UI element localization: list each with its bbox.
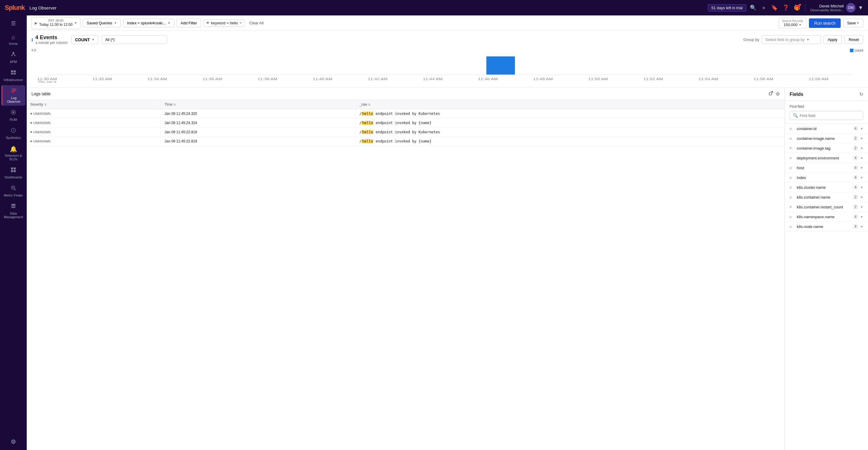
time-column-header[interactable]: Time ⇅	[161, 100, 355, 109]
svg-text:11:56 AM: 11:56 AM	[753, 77, 773, 81]
sidebar-item-infrastructure[interactable]: Infrastructure	[1, 67, 25, 84]
hamburger-icon[interactable]: ☰	[9, 18, 18, 29]
search-records-dropdown[interactable]: Search Records 150,000 ▼	[779, 18, 807, 29]
all-filter-input[interactable]	[102, 35, 167, 44]
run-search-button[interactable]: Run search	[809, 19, 841, 28]
clear-all-button[interactable]: Clear All	[247, 19, 266, 27]
severity-header-label: Severity	[30, 102, 43, 106]
severity-text: UNKNOWN	[33, 121, 51, 125]
apply-button[interactable]: Apply	[824, 35, 842, 44]
field-name: container.image.tag	[797, 146, 850, 151]
field-item[interactable]: a container.id 4 ▼	[785, 124, 868, 134]
sidebar-item-detectors[interactable]: 🔔 Detectors & SLOs	[1, 143, 25, 163]
events-info: 4 Events a minute per column	[35, 34, 68, 45]
field-item[interactable]: a k8s.namespace.name 4 ▼	[785, 212, 868, 222]
svg-rect-45	[769, 93, 772, 95]
svg-line-4	[13, 54, 15, 55]
keyword-close-icon[interactable]: ✕	[239, 21, 242, 25]
plus-icon[interactable]: ＋	[761, 4, 767, 11]
svg-rect-19	[14, 170, 16, 172]
svg-text:11:42 AM: 11:42 AM	[368, 77, 388, 81]
search-icon[interactable]: 🔍	[750, 4, 756, 11]
events-count: 4 Events	[35, 34, 68, 41]
sidebar-item-home[interactable]: ⌂ Home	[1, 31, 25, 48]
reset-button[interactable]: Reset	[844, 35, 863, 44]
sidebar-item-synthetics[interactable]: Synthetics	[1, 125, 25, 142]
severity-column-header[interactable]: Severity ⇅	[27, 100, 161, 109]
saved-queries-button[interactable]: Saved Queries ▼	[83, 19, 121, 27]
field-expand-icon[interactable]: ▼	[860, 147, 863, 150]
navbar: Splunk Log Observer 51 days left in tria…	[0, 0, 868, 15]
field-item[interactable]: # k8s.container.restart_count 2 ▼	[785, 202, 868, 212]
highlight-text: hello	[362, 111, 373, 116]
table-row[interactable]: UNKNOWN Jan 09 11:45:24.325 /hello endpo…	[27, 109, 784, 119]
bookmark-icon[interactable]: 🔖	[771, 4, 778, 11]
gift-icon[interactable]: 🎁	[794, 4, 800, 11]
raw-cell: /hello endpoint invoked by {name}	[355, 119, 784, 128]
svg-rect-11	[11, 92, 14, 92]
count-dropdown-button[interactable]: COUNT ▼	[71, 35, 98, 44]
save-button[interactable]: Save ▼	[843, 19, 863, 27]
add-filter-button[interactable]: Add Filter	[177, 19, 201, 27]
field-item[interactable]: # container.image.tag 2 ▼	[785, 143, 868, 153]
app-logo[interactable]: Splunk	[5, 4, 25, 11]
find-field-input[interactable]	[800, 114, 860, 118]
sidebar-item-apm[interactable]: APM	[1, 49, 25, 66]
field-item[interactable]: a host 4 ▼	[785, 163, 868, 173]
severity-text: UNKNOWN	[33, 112, 51, 116]
raw-text: /hello endpoint invoked by {name}	[360, 139, 431, 143]
field-expand-icon[interactable]: ▼	[860, 137, 863, 140]
field-expand-icon[interactable]: ▼	[860, 215, 863, 219]
user-menu[interactable]: Derek Mitchell Observability Worksh... D…	[810, 3, 863, 12]
field-item[interactable]: a k8s.node.name 4 ▼	[785, 222, 868, 231]
svg-text:11:58 AM: 11:58 AM	[809, 77, 829, 81]
field-expand-icon[interactable]: ▼	[860, 205, 863, 209]
field-item[interactable]: a deployment.environment 4 ▼	[785, 153, 868, 163]
field-expand-icon[interactable]: ▼	[860, 225, 863, 228]
field-expand-icon[interactable]: ▼	[860, 196, 863, 199]
field-name: k8s.container.name	[797, 195, 850, 199]
sidebar-item-log-observer[interactable]: Log Observer	[1, 85, 25, 106]
external-link-icon[interactable]	[769, 91, 773, 97]
field-item[interactable]: a k8s.cluster.name 4 ▼	[785, 183, 868, 192]
avatar[interactable]: DM	[846, 3, 856, 12]
sidebar-item-metric-finder[interactable]: Metric Finder	[1, 183, 25, 199]
refresh-icon[interactable]: ↻	[859, 91, 863, 97]
sidebar-label-log-observer: Log Observer	[4, 96, 24, 103]
sidebar-label-synthetics: Synthetics	[6, 136, 21, 139]
sidebar-item-data-management[interactable]: Data Management	[1, 201, 25, 221]
table-row[interactable]: UNKNOWN Jan 09 11:45:22.819 /hello endpo…	[27, 128, 784, 137]
play-button[interactable]: ▶ PST -08:00 Today 11:30 to 12:00 ▼	[31, 17, 81, 29]
index-filter-arrow: ▼	[167, 21, 170, 25]
field-type-icon: a	[789, 136, 795, 141]
field-expand-icon[interactable]: ▼	[860, 127, 863, 130]
settings-cog-icon[interactable]: ⚙	[776, 91, 780, 97]
field-expand-icon[interactable]: ▼	[860, 166, 863, 169]
sidebar-item-rum[interactable]: RUM	[1, 107, 25, 124]
info-icon: ℹ	[31, 37, 33, 42]
logs-table-scroll[interactable]: Severity ⇅ Time ⇅ _raw ⇅	[27, 100, 784, 450]
field-type-icon: a	[789, 224, 795, 229]
index-filter-button[interactable]: Index = splunk4rooki... ▼	[123, 19, 174, 27]
severity-dot	[30, 113, 32, 115]
group-by-select[interactable]: Select field to group by ▼	[762, 35, 821, 44]
field-item[interactable]: a container.image.name 2 ▼	[785, 134, 868, 143]
field-item[interactable]: a k8s.container.name 2 ▼	[785, 192, 868, 202]
field-expand-icon[interactable]: ▼	[860, 156, 863, 160]
app-section: Log Observer	[29, 5, 704, 10]
field-expand-icon[interactable]: ▼	[860, 186, 863, 189]
find-field-label: Find field	[789, 104, 863, 109]
field-type-icon: a	[789, 214, 795, 219]
field-name: k8s.cluster.name	[797, 185, 850, 190]
svg-text:11:34 AM: 11:34 AM	[148, 77, 167, 81]
field-item[interactable]: a index 4 ▼	[785, 173, 868, 183]
table-row[interactable]: UNKNOWN Jan 09 11:45:22.819 /hello endpo…	[27, 137, 784, 146]
table-row[interactable]: UNKNOWN Jan 09 11:45:24.324 /hello endpo…	[27, 119, 784, 128]
help-icon[interactable]: ❓	[782, 4, 789, 11]
field-count: 2	[853, 146, 858, 151]
field-expand-icon[interactable]: ▼	[860, 176, 863, 179]
sidebar-item-settings[interactable]: ⚙	[1, 436, 25, 448]
sidebar-item-dashboards[interactable]: Dashboards	[1, 164, 25, 181]
field-count: 2	[853, 136, 858, 141]
raw-column-header[interactable]: _raw ⇅	[355, 100, 784, 109]
